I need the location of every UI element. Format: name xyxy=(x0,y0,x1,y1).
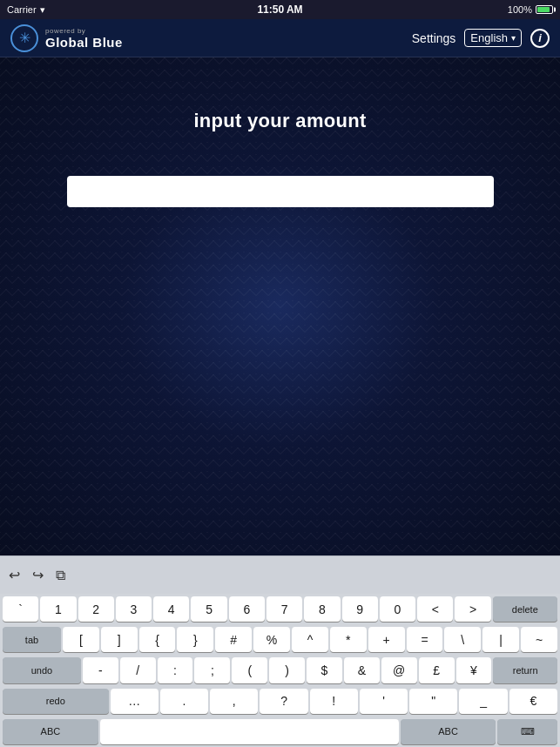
status-bar: Carrier ▾ 11:50 AM 100% xyxy=(0,0,560,19)
wifi-icon: ▾ xyxy=(40,4,45,16)
key-5[interactable]: 5 xyxy=(191,596,226,622)
key-abc-left[interactable]: ABC xyxy=(3,719,98,744)
settings-label[interactable]: Settings xyxy=(412,31,456,45)
keyboard-row-2: tab [ ] { } # % ^ * + = \ | ~ xyxy=(0,624,560,655)
key-pound[interactable]: £ xyxy=(419,657,455,683)
key-at[interactable]: @ xyxy=(381,657,417,683)
key-9[interactable]: 9 xyxy=(342,596,378,622)
key-3[interactable]: 3 xyxy=(116,596,152,622)
redo-button[interactable]: ↪ xyxy=(32,567,44,583)
keyboard-row-1: ` 1 2 3 4 5 6 7 8 9 0 < > delete xyxy=(0,594,560,624)
brand-name: Global Blue xyxy=(45,35,123,50)
key-dollar[interactable]: $ xyxy=(307,657,342,683)
key-caret[interactable]: ^ xyxy=(292,627,328,652)
key-hash[interactable]: # xyxy=(215,627,252,652)
key-delete[interactable]: delete xyxy=(493,596,557,622)
key-underscore[interactable]: _ xyxy=(459,689,507,714)
key-semicolon[interactable]: ; xyxy=(194,657,230,683)
logo-area: ✳ powered by Global Blue xyxy=(10,24,123,52)
key-ampersand[interactable]: & xyxy=(344,657,380,683)
key-return[interactable]: return xyxy=(493,657,557,683)
key-6[interactable]: 6 xyxy=(229,596,265,622)
key-colon[interactable]: : xyxy=(158,657,193,683)
key-0[interactable]: 0 xyxy=(380,596,415,622)
key-close-bracket[interactable]: ] xyxy=(101,627,138,652)
key-equals[interactable]: = xyxy=(407,627,443,652)
battery-percent: 100% xyxy=(508,4,532,15)
key-tab[interactable]: tab xyxy=(3,627,61,652)
language-text: English xyxy=(470,31,508,44)
key-percent[interactable]: % xyxy=(253,627,290,652)
key-yen[interactable]: ¥ xyxy=(456,657,492,683)
key-slash[interactable]: / xyxy=(120,657,156,683)
key-open-brace[interactable]: { xyxy=(139,627,176,652)
key-quote[interactable]: " xyxy=(409,689,457,714)
status-right: 100% xyxy=(508,4,553,15)
battery-fill xyxy=(537,7,550,12)
key-backslash[interactable]: \ xyxy=(444,627,481,652)
keyboard-row-4: redo … . , ? ! ' " _ € xyxy=(0,686,560,717)
prompt-text: input your amount xyxy=(193,110,366,132)
key-close-brace[interactable]: } xyxy=(177,627,213,652)
app-header: ✳ powered by Global Blue Settings Englis… xyxy=(0,19,560,57)
chevron-down-icon: ▾ xyxy=(511,33,516,43)
key-2[interactable]: 2 xyxy=(78,596,114,622)
key-greater-than[interactable]: > xyxy=(455,596,490,622)
logo-text: powered by Global Blue xyxy=(45,27,123,50)
key-backtick[interactable]: ` xyxy=(3,596,38,622)
key-period[interactable]: . xyxy=(160,689,208,714)
key-comma[interactable]: , xyxy=(210,689,258,714)
key-8[interactable]: 8 xyxy=(304,596,340,622)
keyboard-area: ↩ ↪ ⧉ ` 1 2 3 4 5 6 7 8 9 0 < > delete t… xyxy=(0,555,560,747)
key-keyboard-icon[interactable]: ⌨ xyxy=(497,719,557,744)
key-asterisk[interactable]: * xyxy=(330,627,367,652)
key-tilde[interactable]: ~ xyxy=(521,627,557,652)
key-plus[interactable]: + xyxy=(368,627,405,652)
powered-by-label: powered by xyxy=(45,27,123,35)
key-ellipsis[interactable]: … xyxy=(111,689,159,714)
key-close-paren[interactable]: ) xyxy=(269,657,305,683)
status-left: Carrier ▾ xyxy=(7,4,45,16)
amount-input[interactable] xyxy=(67,176,494,207)
status-time: 11:50 AM xyxy=(257,3,302,16)
keyboard-toolbar: ↩ ↪ ⧉ xyxy=(0,555,560,594)
key-abc-right[interactable]: ABC xyxy=(401,719,496,744)
keyboard-row-5: ABC ABC ⌨ xyxy=(0,717,560,747)
key-euro[interactable]: € xyxy=(509,689,557,714)
key-1[interactable]: 1 xyxy=(40,596,76,622)
key-less-than[interactable]: < xyxy=(417,596,453,622)
undo-button[interactable]: ↩ xyxy=(9,567,20,583)
key-question[interactable]: ? xyxy=(260,689,307,714)
logo-icon: ✳ xyxy=(10,24,38,52)
keyboard-rows: ` 1 2 3 4 5 6 7 8 9 0 < > delete tab [ ]… xyxy=(0,594,560,747)
key-space[interactable] xyxy=(100,719,399,744)
carrier-label: Carrier xyxy=(7,4,37,15)
key-exclamation[interactable]: ! xyxy=(310,689,358,714)
key-minus[interactable]: - xyxy=(83,657,118,683)
battery-icon xyxy=(536,5,553,14)
main-content: input your amount xyxy=(0,57,560,555)
key-open-paren[interactable]: ( xyxy=(232,657,267,683)
key-pipe[interactable]: | xyxy=(482,627,519,652)
key-4[interactable]: 4 xyxy=(153,596,189,622)
snowflake-icon: ✳ xyxy=(19,31,30,45)
clipboard-button[interactable]: ⧉ xyxy=(56,568,65,583)
key-open-bracket[interactable]: [ xyxy=(63,627,99,652)
key-redo[interactable]: redo xyxy=(3,689,109,714)
key-undo[interactable]: undo xyxy=(3,657,81,683)
header-right: Settings English ▾ i xyxy=(412,29,550,48)
key-apostrophe[interactable]: ' xyxy=(360,689,408,714)
language-selector[interactable]: English ▾ xyxy=(464,29,522,47)
keyboard-row-3: undo - / : ; ( ) $ & @ £ ¥ return xyxy=(0,655,560,685)
key-7[interactable]: 7 xyxy=(267,596,302,622)
info-button[interactable]: i xyxy=(530,29,550,48)
